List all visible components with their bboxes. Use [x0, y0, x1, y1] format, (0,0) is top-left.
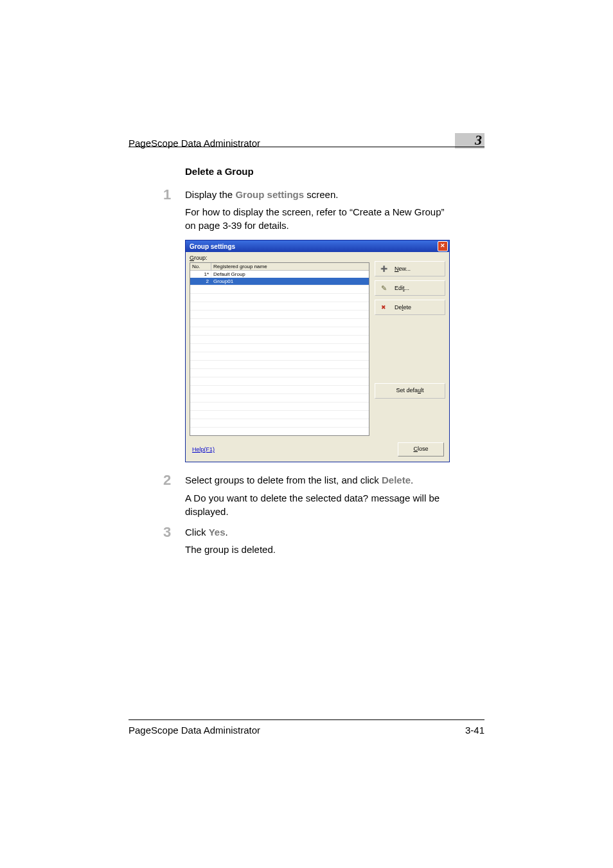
new-icon [379, 264, 388, 273]
step-1-detail: For how to display the screen, refer to … [185, 205, 449, 232]
table-row[interactable]: 2 Group01 [190, 278, 369, 285]
step-1-text: Display the Group settings screen. [185, 188, 338, 201]
header-rule [129, 147, 484, 147]
footer-title: PageScope Data Administrator [129, 725, 260, 736]
set-default-button[interactable]: Set default [375, 383, 445, 399]
step-number: 3 [163, 526, 185, 539]
table-row[interactable]: 1* Default Group [190, 271, 369, 278]
footer-rule [129, 719, 484, 720]
step-3-detail: The group is deleted. [185, 543, 449, 556]
help-link[interactable]: Help(F1) [192, 446, 215, 453]
step-2-detail: A Do you want to delete the selected dat… [185, 491, 449, 518]
group-settings-dialog: Group settings ✕ Group: No. Registered g… [185, 240, 450, 462]
step-number: 2 [163, 474, 185, 487]
section-title: Delete a Group [185, 166, 449, 177]
dialog-title: Group settings [190, 243, 235, 250]
col-name: Registered group name [211, 263, 369, 270]
delete-button[interactable]: Delete [375, 300, 445, 315]
page-number: 3-41 [465, 725, 484, 736]
edit-icon [379, 284, 388, 293]
close-button[interactable]: Close [398, 442, 444, 457]
step-number: 1 [163, 188, 185, 201]
group-grid[interactable]: No. Registered group name 1* Default Gro… [190, 262, 369, 436]
step-2-text: Select groups to delete from the list, a… [185, 474, 413, 487]
col-no: No. [190, 263, 211, 270]
delete-icon [379, 303, 388, 312]
edit-button[interactable]: Edit... [375, 280, 445, 296]
close-icon[interactable]: ✕ [438, 241, 448, 251]
group-list-label: Group: [190, 255, 369, 261]
dialog-titlebar: Group settings ✕ [186, 240, 449, 252]
new-button[interactable]: New... [375, 261, 445, 276]
step-3-text: Click Yes. [185, 526, 228, 539]
